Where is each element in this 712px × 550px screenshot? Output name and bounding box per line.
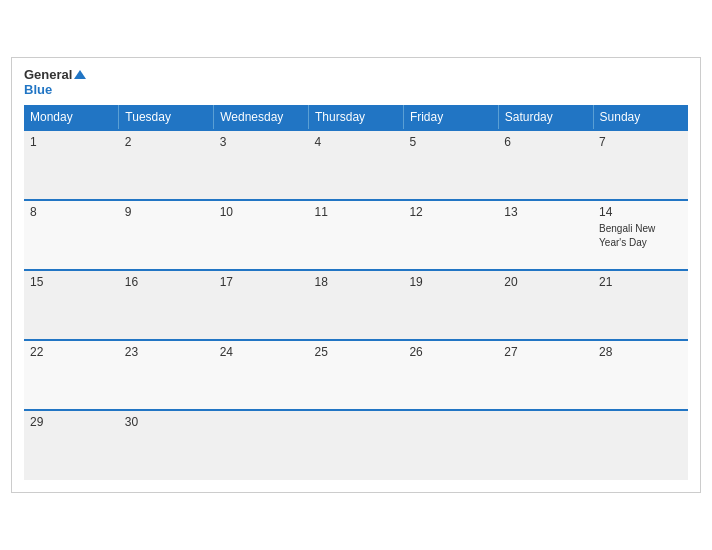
logo-triangle-icon <box>74 70 86 79</box>
calendar-cell: 10 <box>214 200 309 270</box>
calendar-cell: 15 <box>24 270 119 340</box>
day-number: 3 <box>220 135 303 149</box>
holiday-label: Bengali New Year's Day <box>599 223 655 248</box>
day-number: 21 <box>599 275 682 289</box>
day-number: 9 <box>125 205 208 219</box>
calendar-cell: 13 <box>498 200 593 270</box>
day-number: 14 <box>599 205 682 219</box>
weekday-wednesday: Wednesday <box>214 105 309 130</box>
calendar-cell: 1 <box>24 130 119 200</box>
day-number: 22 <box>30 345 113 359</box>
day-number: 12 <box>409 205 492 219</box>
calendar-cell: 28 <box>593 340 688 410</box>
weekday-friday: Friday <box>403 105 498 130</box>
calendar-week-0: 1234567 <box>24 130 688 200</box>
calendar-cell: 21 <box>593 270 688 340</box>
day-number: 29 <box>30 415 113 429</box>
calendar-cell: 17 <box>214 270 309 340</box>
calendar-container: General Blue MondayTuesdayWednesdayThurs… <box>11 57 701 493</box>
calendar-cell: 3 <box>214 130 309 200</box>
weekday-sunday: Sunday <box>593 105 688 130</box>
weekday-monday: Monday <box>24 105 119 130</box>
calendar-cell: 18 <box>309 270 404 340</box>
calendar-cell <box>309 410 404 480</box>
calendar-cell: 9 <box>119 200 214 270</box>
day-number: 16 <box>125 275 208 289</box>
logo: General Blue <box>24 68 86 97</box>
calendar-cell: 20 <box>498 270 593 340</box>
calendar-cell: 8 <box>24 200 119 270</box>
day-number: 27 <box>504 345 587 359</box>
calendar-cell: 16 <box>119 270 214 340</box>
calendar-cell: 22 <box>24 340 119 410</box>
day-number: 1 <box>30 135 113 149</box>
day-number: 15 <box>30 275 113 289</box>
calendar-cell: 24 <box>214 340 309 410</box>
calendar-cell: 2 <box>119 130 214 200</box>
day-number: 30 <box>125 415 208 429</box>
calendar-cell: 19 <box>403 270 498 340</box>
calendar-cell: 27 <box>498 340 593 410</box>
calendar-cell: 29 <box>24 410 119 480</box>
calendar-cell: 4 <box>309 130 404 200</box>
weekday-thursday: Thursday <box>309 105 404 130</box>
day-number: 17 <box>220 275 303 289</box>
weekday-header-row: MondayTuesdayWednesdayThursdayFridaySatu… <box>24 105 688 130</box>
calendar-cell: 11 <box>309 200 404 270</box>
calendar-cell: 23 <box>119 340 214 410</box>
calendar-cell: 30 <box>119 410 214 480</box>
day-number: 8 <box>30 205 113 219</box>
day-number: 26 <box>409 345 492 359</box>
logo-general-text: General <box>24 68 86 82</box>
calendar-cell <box>214 410 309 480</box>
day-number: 5 <box>409 135 492 149</box>
calendar-cell: 12 <box>403 200 498 270</box>
day-number: 20 <box>504 275 587 289</box>
calendar-week-2: 15161718192021 <box>24 270 688 340</box>
calendar-cell <box>593 410 688 480</box>
day-number: 2 <box>125 135 208 149</box>
calendar-week-1: 891011121314Bengali New Year's Day <box>24 200 688 270</box>
day-number: 11 <box>315 205 398 219</box>
calendar-cell: 7 <box>593 130 688 200</box>
day-number: 4 <box>315 135 398 149</box>
calendar-cell <box>403 410 498 480</box>
weekday-tuesday: Tuesday <box>119 105 214 130</box>
calendar-cell: 26 <box>403 340 498 410</box>
day-number: 23 <box>125 345 208 359</box>
day-number: 28 <box>599 345 682 359</box>
day-number: 24 <box>220 345 303 359</box>
day-number: 18 <box>315 275 398 289</box>
calendar-week-3: 22232425262728 <box>24 340 688 410</box>
calendar-cell <box>498 410 593 480</box>
day-number: 7 <box>599 135 682 149</box>
day-number: 19 <box>409 275 492 289</box>
day-number: 25 <box>315 345 398 359</box>
calendar-week-4: 2930 <box>24 410 688 480</box>
calendar-header: General Blue <box>24 68 688 97</box>
calendar-table: MondayTuesdayWednesdayThursdayFridaySatu… <box>24 105 688 480</box>
weekday-saturday: Saturday <box>498 105 593 130</box>
day-number: 10 <box>220 205 303 219</box>
calendar-cell: 6 <box>498 130 593 200</box>
calendar-cell: 5 <box>403 130 498 200</box>
calendar-cell: 25 <box>309 340 404 410</box>
day-number: 13 <box>504 205 587 219</box>
calendar-cell: 14Bengali New Year's Day <box>593 200 688 270</box>
logo-blue-text: Blue <box>24 83 86 97</box>
day-number: 6 <box>504 135 587 149</box>
